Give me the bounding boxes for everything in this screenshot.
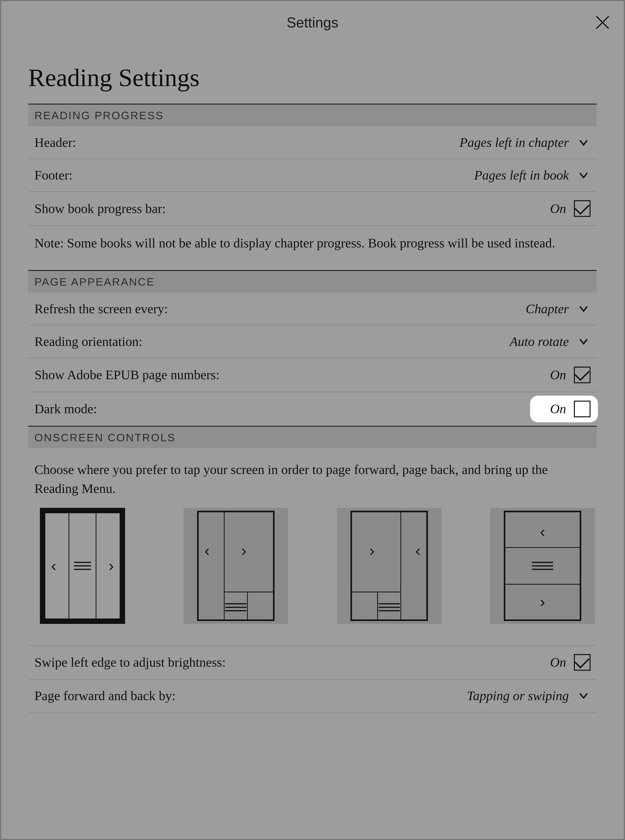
chevron-left-icon: ‹: [540, 523, 545, 541]
section-header-reading-progress: READING PROGRESS: [28, 104, 597, 126]
row-value: On: [550, 401, 566, 417]
row-label: Header:: [34, 135, 76, 150]
row-value: Auto rotate: [510, 334, 569, 349]
row-reading-orientation[interactable]: Reading orientation: Auto rotate: [28, 325, 597, 358]
section-page-appearance: PAGE APPEARANCE Refresh the screen every…: [28, 270, 597, 426]
checkbox-dark-mode[interactable]: [574, 401, 591, 417]
reading-progress-note: Note: Some books will not be able to dis…: [28, 226, 597, 270]
modal-header: Settings: [1, 1, 624, 44]
row-label: Page forward and back by:: [34, 688, 176, 704]
row-value: On: [550, 201, 566, 216]
row-label: Footer:: [34, 167, 72, 183]
tap-layout-option-4[interactable]: ‹ ›: [490, 508, 595, 624]
row-refresh-screen[interactable]: Refresh the screen every: Chapter: [28, 293, 597, 325]
modal-title: Settings: [286, 14, 338, 31]
row-value: Chapter: [525, 301, 569, 316]
row-page-forward-back[interactable]: Page forward and back by: Tapping or swi…: [28, 680, 597, 712]
menu-icon: [532, 562, 553, 570]
row-value: Pages left in chapter: [459, 135, 569, 150]
chevron-left-icon: ‹: [415, 542, 421, 559]
tap-layout-option-2[interactable]: ‹ ›: [183, 508, 288, 624]
tap-layout-options: ‹ › ‹ ›: [28, 508, 597, 646]
row-label: Dark mode:: [34, 401, 97, 417]
row-value: On: [550, 655, 566, 670]
row-value: On: [550, 367, 566, 383]
row-value: Tapping or swiping: [467, 688, 569, 704]
menu-icon: [74, 562, 91, 570]
chevron-down-icon: [577, 136, 591, 150]
chevron-right-icon: ›: [241, 542, 246, 559]
row-value: Pages left in book: [474, 167, 569, 183]
row-label: Reading orientation:: [34, 334, 142, 349]
chevron-right-icon: ›: [109, 557, 114, 575]
chevron-left-icon: ‹: [204, 542, 210, 559]
chevron-down-icon: [577, 335, 591, 349]
onscreen-controls-instructions: Choose where you prefer to tap your scre…: [28, 448, 597, 508]
section-onscreen-controls: ONSCREEN CONTROLS Choose where you prefe…: [28, 426, 597, 712]
row-footer[interactable]: Footer: Pages left in book: [28, 159, 597, 192]
tap-layout-option-1[interactable]: ‹ ›: [30, 508, 135, 624]
chevron-left-icon: ‹: [51, 557, 56, 575]
chevron-down-icon: [577, 302, 591, 316]
section-header-page-appearance: PAGE APPEARANCE: [28, 271, 597, 293]
section-header-onscreen-controls: ONSCREEN CONTROLS: [28, 426, 597, 448]
row-label: Show Adobe EPUB page numbers:: [34, 367, 219, 383]
row-label: Show book progress bar:: [34, 201, 166, 216]
menu-icon: [379, 603, 400, 611]
row-label: Refresh the screen every:: [34, 301, 168, 316]
chevron-right-icon: ›: [540, 593, 545, 611]
row-show-progress-bar[interactable]: Show book progress bar: On: [28, 192, 597, 226]
checkbox-swipe-brightness[interactable]: [574, 654, 591, 671]
menu-icon: [225, 603, 246, 611]
section-reading-progress: READING PROGRESS Header: Pages left in c…: [28, 104, 597, 270]
checkbox-show-progress-bar[interactable]: [574, 200, 591, 217]
checkbox-adobe-epub[interactable]: [574, 367, 591, 383]
chevron-down-icon: [577, 168, 591, 182]
chevron-right-icon: ›: [369, 542, 375, 559]
row-swipe-brightness[interactable]: Swipe left edge to adjust brightness: On: [28, 646, 597, 680]
row-dark-mode[interactable]: Dark mode: On: [28, 392, 597, 426]
close-icon: [595, 15, 610, 30]
page-title: Reading Settings: [28, 63, 597, 92]
tap-layout-option-3[interactable]: › ‹: [337, 508, 442, 624]
row-label: Swipe left edge to adjust brightness:: [34, 655, 226, 670]
row-adobe-epub[interactable]: Show Adobe EPUB page numbers: On: [28, 358, 597, 392]
close-button[interactable]: [595, 15, 610, 30]
row-header[interactable]: Header: Pages left in chapter: [28, 126, 597, 159]
chevron-down-icon: [577, 689, 591, 703]
